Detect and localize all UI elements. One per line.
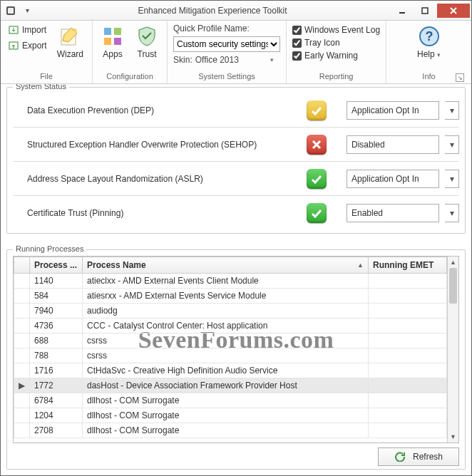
table-row[interactable]: 6784dllhost - COM Surrogate bbox=[14, 393, 447, 408]
cell-emet bbox=[369, 319, 447, 333]
check-event-log[interactable]: Windows Event Log bbox=[292, 25, 380, 35]
status-row: Data Execution Prevention (DEP)Applicati… bbox=[13, 93, 459, 128]
import-button[interactable]: Import bbox=[6, 24, 48, 36]
cell-pid: 4736 bbox=[30, 319, 83, 333]
group-file: Import Export Wizard File bbox=[1, 21, 93, 83]
status-value-combo[interactable]: Disabled bbox=[347, 135, 439, 154]
trust-button[interactable]: Trust bbox=[133, 24, 161, 61]
running-processes-legend: Running Processes bbox=[13, 244, 86, 253]
col-emet[interactable]: Running EMET bbox=[369, 257, 447, 274]
check-event-log-label: Windows Event Log bbox=[304, 25, 380, 35]
row-indicator bbox=[14, 348, 30, 363]
table-row[interactable]: 1140atieclxx - AMD External Events Clien… bbox=[14, 274, 447, 289]
sort-asc-icon: ▲ bbox=[357, 262, 364, 269]
cell-name: csrss bbox=[83, 348, 369, 363]
status-label: Address Space Layout Randomization (ASLR… bbox=[13, 174, 301, 184]
status-dropdown-button[interactable]: ▾ bbox=[445, 101, 459, 120]
check-early-warning[interactable]: Early Warning bbox=[292, 51, 380, 61]
cell-name: dllhost - COM Surrogate bbox=[83, 423, 369, 438]
refresh-button[interactable]: Refresh bbox=[378, 447, 459, 466]
scroll-down-icon[interactable]: ▼ bbox=[448, 431, 458, 443]
apps-button[interactable]: Apps bbox=[98, 24, 127, 61]
export-icon bbox=[8, 40, 19, 51]
system-status-legend: System Status bbox=[13, 84, 69, 90]
import-label: Import bbox=[22, 25, 46, 35]
quick-profile-label: Quick Profile Name: bbox=[173, 24, 250, 33]
status-green-icon bbox=[307, 203, 327, 223]
cell-pid: 7940 bbox=[30, 304, 83, 319]
cell-emet bbox=[369, 423, 447, 438]
cell-name: dllhost - COM Surrogate bbox=[83, 393, 369, 408]
quick-access-dropdown[interactable]: ▾ bbox=[21, 6, 34, 14]
cell-name: atiesrxx - AMD External Events Service M… bbox=[83, 289, 369, 304]
col-name[interactable]: Process Name▲ bbox=[83, 257, 369, 274]
cell-pid: 6784 bbox=[30, 393, 83, 408]
cell-pid: 1140 bbox=[30, 274, 83, 289]
skin-dropdown[interactable]: ▾ bbox=[270, 56, 274, 63]
table-row[interactable]: 1204dllhost - COM Surrogate bbox=[14, 408, 447, 423]
svg-rect-10 bbox=[104, 28, 111, 35]
table-row[interactable]: 7940audiodg bbox=[14, 304, 447, 319]
skin-label: Skin: bbox=[173, 55, 193, 65]
cell-pid: 584 bbox=[30, 289, 83, 304]
cell-emet bbox=[369, 348, 447, 363]
check-tray-icon-label: Tray Icon bbox=[304, 38, 340, 48]
cell-emet bbox=[369, 304, 447, 319]
window-title: Enhanced Mitigation Experience Toolkit bbox=[34, 6, 391, 16]
group-reporting: Windows Event Log Tray Icon Early Warnin… bbox=[287, 21, 386, 83]
check-early-warning-input[interactable] bbox=[292, 51, 302, 61]
table-row[interactable]: 2708dllhost - COM Surrogate bbox=[14, 423, 447, 438]
row-indicator bbox=[14, 393, 30, 408]
export-label: Export bbox=[22, 41, 47, 51]
status-value-combo[interactable]: Enabled bbox=[347, 204, 439, 222]
quick-profile-select[interactable]: Custom security settings bbox=[173, 36, 280, 52]
system-status-panel: System Status Data Execution Prevention … bbox=[6, 87, 466, 234]
status-value-combo[interactable]: Application Opt In bbox=[347, 101, 439, 120]
row-indicator bbox=[14, 408, 30, 423]
status-dropdown-button[interactable]: ▾ bbox=[445, 170, 459, 188]
help-label: Help ▾ bbox=[417, 49, 441, 59]
title-bar: ▾ Enhanced Mitigation Experience Toolkit bbox=[1, 1, 471, 21]
cell-emet bbox=[369, 333, 447, 348]
svg-rect-1 bbox=[8, 8, 14, 14]
cell-emet bbox=[369, 363, 447, 378]
table-row[interactable]: 788csrss bbox=[14, 348, 447, 363]
minimize-button[interactable] bbox=[391, 4, 413, 18]
cell-name: atieclxx - AMD External Events Client Mo… bbox=[83, 274, 369, 289]
vertical-scrollbar[interactable]: ▲ ▼ bbox=[447, 257, 458, 443]
status-value-combo[interactable]: Application Opt In bbox=[347, 170, 439, 188]
status-amber-icon bbox=[307, 100, 327, 120]
status-dropdown-button[interactable]: ▾ bbox=[445, 204, 459, 222]
group-file-label: File bbox=[6, 71, 86, 83]
table-row[interactable]: 4736CCC - Catalyst Control Center: Host … bbox=[14, 319, 447, 333]
wizard-button[interactable]: Wizard bbox=[54, 24, 86, 61]
export-button[interactable]: Export bbox=[6, 39, 48, 52]
scroll-up-icon[interactable]: ▲ bbox=[448, 257, 458, 268]
row-indicator bbox=[14, 423, 30, 438]
col-indicator[interactable] bbox=[14, 257, 30, 274]
check-tray-icon[interactable]: Tray Icon bbox=[292, 38, 380, 48]
cell-name: dllhost - COM Surrogate bbox=[83, 408, 369, 423]
table-row[interactable]: 1716CtHdaSvc - Creative High Definition … bbox=[14, 363, 447, 378]
close-button[interactable] bbox=[437, 4, 470, 18]
scroll-thumb[interactable] bbox=[449, 268, 457, 304]
status-dropdown-button[interactable]: ▾ bbox=[445, 135, 459, 154]
table-row[interactable]: 688csrss bbox=[14, 333, 447, 348]
apps-label: Apps bbox=[103, 49, 122, 59]
info-dialog-launcher[interactable]: ↘ bbox=[456, 73, 464, 82]
app-window: ▾ Enhanced Mitigation Experience Toolkit… bbox=[0, 0, 472, 476]
cell-emet bbox=[369, 378, 447, 393]
check-event-log-input[interactable] bbox=[292, 26, 302, 35]
group-configuration: Apps Trust Configuration bbox=[93, 21, 168, 83]
status-row: Address Space Layout Randomization (ASLR… bbox=[13, 162, 459, 196]
svg-point-9 bbox=[74, 29, 77, 32]
col-pid[interactable]: Process ... bbox=[30, 257, 83, 274]
table-row[interactable]: 584atiesrxx - AMD External Events Servic… bbox=[14, 289, 447, 304]
cell-name: dasHost - Device Association Framework P… bbox=[83, 378, 369, 393]
group-info-label: Info ↘ bbox=[392, 71, 466, 83]
wizard-icon bbox=[58, 25, 81, 48]
help-button[interactable]: ? Help ▾ bbox=[414, 24, 443, 61]
check-tray-icon-input[interactable] bbox=[292, 38, 302, 48]
table-row[interactable]: ▶1772dasHost - Device Association Framew… bbox=[14, 378, 447, 393]
maximize-button[interactable] bbox=[414, 4, 436, 18]
